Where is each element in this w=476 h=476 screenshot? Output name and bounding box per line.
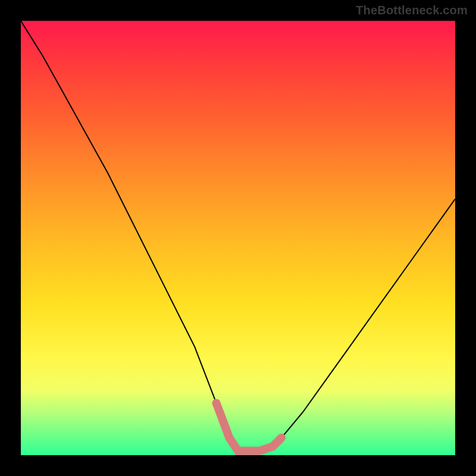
curve-svg xyxy=(21,21,455,455)
chart-frame: TheBottleneck.com xyxy=(0,0,476,476)
highlight-segment xyxy=(217,403,282,450)
watermark-text: TheBottleneck.com xyxy=(356,4,468,17)
bottleneck-curve-line xyxy=(21,21,455,451)
plot-area xyxy=(21,21,455,455)
